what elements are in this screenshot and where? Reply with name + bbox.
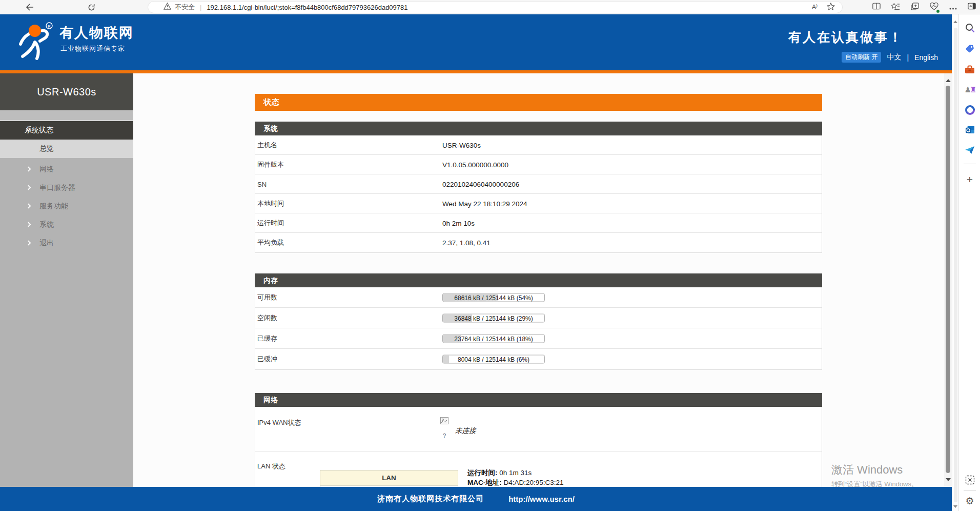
memory-progress-bar: 68616 kB / 125144 kB (54%) <box>442 293 545 302</box>
shopping-tag-icon[interactable] <box>959 43 980 55</box>
edge-sidebar-rail: ♟♜ + ⚙ <box>958 14 980 511</box>
security-label: 不安全 <box>175 3 195 12</box>
scroll-up-icon[interactable] <box>946 79 951 82</box>
header-slogan: 有人在认真做事！ <box>788 29 903 46</box>
read-aloud-icon[interactable]: A) <box>812 3 818 11</box>
scroll-down-icon[interactable] <box>953 505 957 508</box>
browser-toolbar: 不安全 | 192.168.1.1/cgi-bin/luci/;stok=f8f… <box>0 0 980 14</box>
split-screen-icon[interactable] <box>872 3 881 12</box>
windows-activation-watermark: 激活 Windows 转到“设置”以激活 Windows。 <box>831 462 918 489</box>
sidebar-item-network[interactable]: 网络 <box>0 160 133 179</box>
table-row: 固件版本 V1.0.05.000000.0000 <box>255 155 822 174</box>
lang-en-link[interactable]: English <box>914 53 938 62</box>
memory-progress-bar: 23764 kB / 125144 kB (18%) <box>442 334 545 343</box>
network-table: IPv4 WAN状态 ? 未连接 LAN 状态 LAN 运行时间: 0h 1m … <box>255 407 822 490</box>
rail-divider <box>964 164 976 164</box>
page-scrollbar[interactable] <box>944 73 952 486</box>
memory-progress-bar: 8004 kB / 125144 kB (6%) <box>442 355 545 364</box>
chevron-right-icon <box>26 222 31 227</box>
wan-status-row: IPv4 WAN状态 ? 未连接 <box>255 407 822 451</box>
sidebar: USR-W630s 系统状态 总览 网络 串口服务器 服务功能 系统 退出 <box>0 73 133 487</box>
scrollbar-thumb[interactable] <box>946 86 950 473</box>
drop-plane-icon[interactable] <box>959 144 980 156</box>
brand-subtitle: 工业物联网通信专家 <box>60 44 125 53</box>
device-name: USR-W630s <box>0 73 133 110</box>
scrollbar-thumb[interactable] <box>954 28 957 502</box>
page-footer: 济南有人物联网技术有限公司 http://www.usr.cn/ <box>0 487 952 511</box>
memory-progress-bar: 36848 kB / 125144 kB (29%) <box>442 313 545 322</box>
sidebar-item-logout[interactable]: 退出 <box>0 234 133 252</box>
table-row: 已缓存 23764 kB / 125144 kB (18%) <box>255 328 822 349</box>
table-row: 平均负载 2.37, 1.08, 0.41 <box>255 233 822 252</box>
browser-essentials-icon[interactable] <box>930 3 938 12</box>
scroll-down-icon[interactable] <box>946 478 951 481</box>
settings-gear-icon[interactable]: ⚙ <box>959 495 980 507</box>
table-row: 本地时间 Wed May 22 18:10:29 2024 <box>255 194 822 213</box>
warning-icon <box>164 3 171 12</box>
refresh-icon[interactable] <box>84 0 98 14</box>
favorite-star-icon[interactable] <box>827 3 835 12</box>
games-icon[interactable]: ♟♜ <box>959 84 980 96</box>
wan-fallback-text: ? <box>443 433 446 439</box>
svg-text:R: R <box>48 24 51 29</box>
usr-logo: R <box>15 21 59 66</box>
section-heading-memory: 内存 <box>255 273 822 287</box>
lang-zh-link[interactable]: 中文 <box>887 53 901 62</box>
chevron-right-icon <box>26 241 31 246</box>
sidebar-item-services[interactable]: 服务功能 <box>0 197 133 215</box>
toolbox-icon[interactable] <box>959 63 980 75</box>
back-icon[interactable] <box>23 0 37 14</box>
memory-table: 可用数 68616 kB / 125144 kB (54%) 空闲数 36848… <box>255 287 822 370</box>
footer-website-link[interactable]: http://www.usr.cn/ <box>508 495 575 503</box>
brand-title: 有人物联网 <box>59 24 134 42</box>
sidebar-toggle-icon[interactable] <box>968 3 976 12</box>
table-row: SN 02201024060400000206 <box>255 174 822 194</box>
sidebar-item-system-status[interactable]: 系统状态 <box>0 121 133 140</box>
screen: 不安全 | 192.168.1.1/cgi-bin/luci/;stok=f8f… <box>0 0 980 511</box>
table-row: 可用数 68616 kB / 125144 kB (54%) <box>255 287 822 308</box>
collections-icon[interactable] <box>911 3 919 12</box>
broken-image-icon <box>440 417 448 426</box>
chevron-right-icon <box>26 204 31 209</box>
main-content: 状态 系统 主机名 USR-W630s 固件版本 V1.0.05.000000.… <box>133 73 952 487</box>
outlook-icon[interactable] <box>959 124 980 136</box>
wan-status-text: 未连接 <box>455 426 476 436</box>
url-text[interactable]: 192.168.1.1/cgi-bin/luci/;stok=f8fb44b80… <box>207 4 811 11</box>
rail-divider <box>964 490 976 491</box>
sidebar-item-serial-server[interactable]: 串口服务器 <box>0 179 133 197</box>
sidebar-item-overview[interactable]: 总览 <box>0 140 133 158</box>
footer-company: 济南有人物联网技术有限公司 <box>377 494 484 504</box>
chevron-right-icon <box>26 185 31 190</box>
auto-refresh-toggle[interactable]: 自动刷新 开 <box>842 52 881 63</box>
table-row: 运行时间 0h 2m 10s <box>255 213 822 233</box>
microsoft365-icon[interactable] <box>959 104 980 116</box>
lan-box-title: LAN <box>320 470 458 486</box>
browser-scrollbar[interactable] <box>952 14 958 511</box>
favorites-bar-icon[interactable] <box>891 3 900 12</box>
address-bar[interactable]: 不安全 | 192.168.1.1/cgi-bin/luci/;stok=f8f… <box>148 1 843 13</box>
table-row: 主机名 USR-W630s <box>255 135 822 155</box>
system-table: 主机名 USR-W630s 固件版本 V1.0.05.000000.0000 S… <box>255 135 822 253</box>
lang-separator: | <box>907 53 909 62</box>
table-row: 已缓冲 8004 kB / 125144 kB (6%) <box>255 349 822 369</box>
add-sidebar-item-icon[interactable]: + <box>959 173 980 186</box>
scroll-up-icon[interactable] <box>953 21 957 23</box>
lan-status-row: LAN 状态 LAN 运行时间: 0h 1m 31s MAC-地址: D4:AD… <box>255 451 822 490</box>
lan-info: 运行时间: 0h 1m 31s MAC-地址: D4:AD:20:95:C3:2… <box>467 468 564 487</box>
app-header: R 有人物联网 工业物联网通信专家 有人在认真做事！ 自动刷新 开 中文 | E… <box>0 14 952 70</box>
search-icon[interactable] <box>959 22 980 34</box>
section-heading-system: 系统 <box>255 122 822 135</box>
chevron-right-icon <box>26 167 31 172</box>
page-title: 状态 <box>255 94 822 111</box>
sidebar-divider <box>0 110 133 121</box>
address-separator: | <box>200 4 201 11</box>
more-options-icon[interactable] <box>949 3 957 12</box>
snip-icon[interactable] <box>959 474 980 486</box>
table-row: 空闲数 36848 kB / 125144 kB (29%) <box>255 308 822 328</box>
sidebar-item-system[interactable]: 系统 <box>0 215 133 234</box>
section-heading-network: 网络 <box>255 393 822 407</box>
